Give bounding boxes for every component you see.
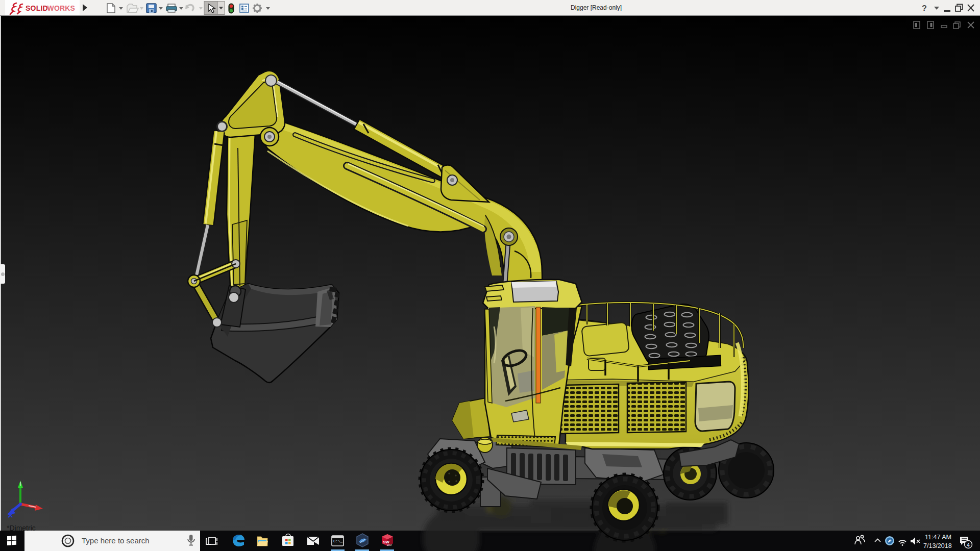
- svg-text:4: 4: [967, 542, 970, 548]
- svg-text:C:\_: C:\_: [333, 539, 343, 543]
- svg-text:*Dimetric: *Dimetric: [7, 524, 36, 532]
- svg-text:SOLID: SOLID: [26, 4, 48, 12]
- svg-text:2017: 2017: [387, 544, 393, 546]
- svg-text:WORKS: WORKS: [47, 4, 76, 12]
- svg-text:7/13/2018: 7/13/2018: [923, 542, 952, 549]
- svg-text:11:47 AM: 11:47 AM: [925, 534, 951, 541]
- svg-text:?: ?: [922, 4, 927, 13]
